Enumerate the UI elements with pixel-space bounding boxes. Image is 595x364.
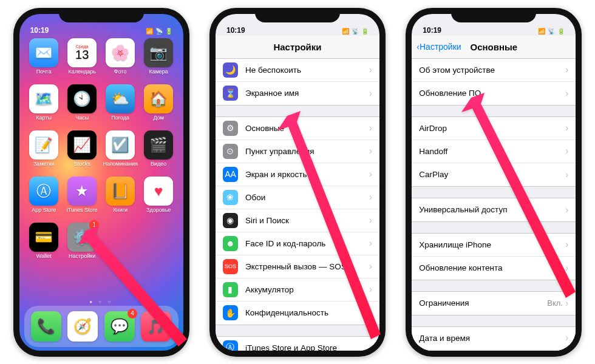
row-label: Обновление контента bbox=[419, 263, 565, 272]
row-label: Не беспокоить bbox=[245, 66, 369, 75]
app-Здоровье[interactable]: ♥Здоровье bbox=[140, 177, 177, 220]
app-icon: 📙 bbox=[106, 177, 135, 206]
app-icon: 💳 bbox=[29, 223, 58, 252]
general-row[interactable]: Клавиатура› bbox=[412, 350, 576, 351]
settings-row[interactable]: ❀Обои› bbox=[216, 186, 379, 209]
notch bbox=[451, 8, 536, 22]
settings-row[interactable]: ▮Аккумулятор› bbox=[216, 278, 379, 302]
general-row[interactable]: Обновление контента› bbox=[412, 257, 576, 280]
settings-row[interactable]: ⚙Основные› bbox=[216, 117, 379, 140]
app-Wallet[interactable]: 💳Wallet bbox=[25, 223, 63, 266]
dock: 📞🧭💬4🎵 bbox=[24, 306, 178, 347]
row-label: Ограничения bbox=[419, 298, 547, 308]
app-Книги[interactable]: 📙Книги bbox=[102, 177, 139, 220]
general-row[interactable]: AirDrop› bbox=[412, 117, 576, 140]
general-group: AirDrop›Handoff›CarPlay› bbox=[412, 116, 576, 187]
nav-title: Основные bbox=[470, 42, 517, 52]
settings-row[interactable]: ☻Face ID и код-пароль› bbox=[216, 232, 379, 255]
app-Фото[interactable]: 🌸Фото bbox=[102, 38, 139, 82]
app-Почта[interactable]: ✉️Почта bbox=[25, 38, 63, 82]
row-icon: ☻ bbox=[223, 236, 238, 251]
general-row[interactable]: CarPlay› bbox=[412, 163, 576, 186]
app-Настройки[interactable]: ⚙️1Настройки bbox=[64, 223, 101, 266]
app-Календарь[interactable]: Среда13Календарь bbox=[64, 38, 101, 82]
dock-safari[interactable]: 🧭 bbox=[67, 311, 98, 342]
nav-bar: ‹ Настройки Основные bbox=[412, 36, 576, 59]
settings-row[interactable]: ✋Конфиденциальность› bbox=[216, 302, 379, 325]
settings-group: ⚙Основные›⊙Пункт управления›AAЭкран и яр… bbox=[216, 116, 379, 325]
nav-title: Настройки bbox=[273, 42, 321, 52]
general-group: Дата и время›Клавиатура› bbox=[412, 326, 576, 351]
settings-row[interactable]: 🌙Не беспокоить› bbox=[216, 59, 379, 82]
row-label: Хранилище iPhone bbox=[419, 240, 565, 249]
app-Заметки[interactable]: 📝Заметки bbox=[25, 130, 63, 174]
settings-group: 🌙Не беспокоить›⌛Экранное имя› bbox=[216, 59, 379, 106]
general-row[interactable]: ОграниченияВкл.› bbox=[412, 292, 576, 315]
row-label: Универсальный доступ bbox=[419, 205, 565, 214]
app-Камера[interactable]: 📷Камера bbox=[140, 38, 177, 82]
app-label: Фото bbox=[114, 69, 127, 75]
row-icon: ⚙ bbox=[223, 121, 238, 136]
chevron-icon: › bbox=[369, 88, 372, 99]
general-row[interactable]: Handoff› bbox=[412, 140, 576, 163]
app-Stocks[interactable]: 📈Stocks bbox=[64, 130, 101, 174]
settings-row[interactable]: ◉Siri и Поиск› bbox=[216, 209, 379, 232]
general-row[interactable]: Хранилище iPhone› bbox=[412, 234, 576, 257]
app-Напоминания[interactable]: ☑️Напоминания bbox=[102, 130, 139, 174]
settings-row[interactable]: ⒶiTunes Store и App Store› bbox=[216, 337, 379, 351]
chevron-icon: › bbox=[369, 215, 372, 226]
app-Видео[interactable]: 🎬Видео bbox=[140, 130, 177, 174]
app-label: Заметки bbox=[33, 161, 54, 167]
general-group: Универсальный доступ› bbox=[412, 198, 576, 222]
dock-music[interactable]: 🎵 bbox=[141, 311, 171, 342]
app-Дом[interactable]: 🏠Дом bbox=[140, 84, 177, 128]
app-App Store[interactable]: ⒶApp Store bbox=[25, 177, 63, 220]
row-label: AirDrop bbox=[419, 124, 565, 133]
app-label: Камера bbox=[149, 69, 168, 75]
chevron-icon: › bbox=[369, 123, 372, 133]
chevron-icon: › bbox=[369, 342, 372, 351]
chevron-icon: › bbox=[565, 88, 568, 99]
settings-row[interactable]: SOSЭкстренный вызов — SOS› bbox=[216, 255, 379, 278]
general-list: Об этом устройстве›Обновление ПО›AirDrop… bbox=[412, 59, 576, 351]
dock-messages[interactable]: 💬4 bbox=[104, 311, 135, 342]
app-label: Stocks bbox=[74, 161, 90, 167]
page-dots: ● ○ ○ bbox=[19, 298, 183, 306]
dock-phone[interactable]: 📞 bbox=[31, 311, 61, 342]
chevron-icon: › bbox=[369, 146, 372, 157]
chevron-icon: › bbox=[369, 238, 372, 249]
settings-row[interactable]: ⌛Экранное имя› bbox=[216, 82, 379, 105]
app-iTunes Store[interactable]: ★iTunes Store bbox=[64, 177, 101, 220]
chevron-icon: › bbox=[565, 64, 568, 75]
general-row[interactable]: Дата и время› bbox=[412, 327, 576, 350]
app-label: Почта bbox=[36, 69, 52, 75]
chevron-icon: › bbox=[369, 284, 372, 295]
app-Часы[interactable]: 🕙Часы bbox=[64, 84, 101, 128]
general-group: Хранилище iPhone›Обновление контента› bbox=[412, 233, 576, 280]
row-label: Обновление ПО bbox=[419, 89, 565, 98]
row-icon: SOS bbox=[223, 259, 238, 274]
app-label: Карты bbox=[36, 115, 52, 121]
row-label: Экранное имя bbox=[245, 89, 369, 98]
chevron-icon: › bbox=[565, 263, 568, 274]
app-Карты[interactable]: 🗺️Карты bbox=[25, 84, 63, 128]
chevron-icon: › bbox=[369, 261, 372, 272]
settings-row[interactable]: ⊙Пункт управления› bbox=[216, 140, 379, 163]
app-icon: 🕙 bbox=[67, 84, 97, 113]
app-label: iTunes Store bbox=[67, 207, 98, 213]
row-icon: AA bbox=[223, 167, 238, 182]
status-time: 10:19 bbox=[423, 26, 441, 35]
chevron-icon: › bbox=[565, 204, 568, 215]
phone-general: 10:19 📡 ‹ Настройки Основные Об этом уст… bbox=[406, 8, 582, 357]
general-row[interactable]: Универсальный доступ› bbox=[412, 198, 576, 221]
row-label: Siri и Поиск bbox=[245, 216, 369, 225]
app-icon: ★ bbox=[67, 177, 97, 206]
app-label: Wallet bbox=[36, 253, 52, 259]
settings-list: 🌙Не беспокоить›⌛Экранное имя›⚙Основные›⊙… bbox=[216, 59, 379, 351]
app-Погода[interactable]: ⛅Погода bbox=[102, 84, 139, 128]
general-row[interactable]: Обновление ПО› bbox=[412, 82, 576, 105]
settings-row[interactable]: AAЭкран и яркость› bbox=[216, 163, 379, 186]
nav-back-button[interactable]: ‹ Настройки bbox=[416, 42, 461, 52]
general-row[interactable]: Об этом устройстве› bbox=[412, 59, 576, 82]
app-icon: 🌸 bbox=[106, 38, 135, 67]
